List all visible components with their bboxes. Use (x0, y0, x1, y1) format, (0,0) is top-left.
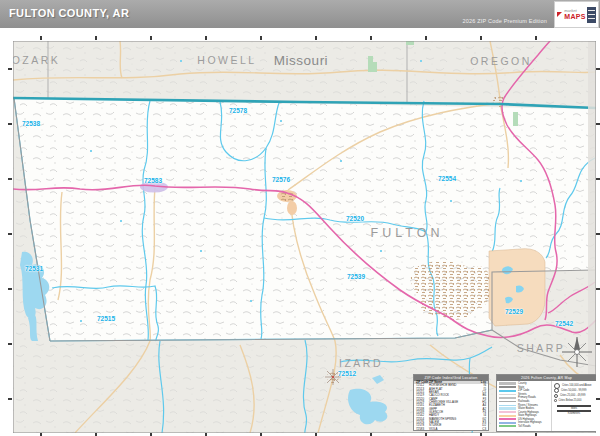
grid-ticks-left (8, 68, 12, 426)
map-key-item-label: State Highways (518, 414, 537, 417)
city-circle-icon (554, 394, 558, 398)
map-key-item-label: Toll Roads (518, 425, 531, 428)
line-swatch (499, 405, 516, 406)
county-label: OZARK (12, 54, 61, 66)
zip-index-rows: 72512 HORSESHOE BEND I6 72513 ASH FLAT I… (414, 384, 488, 431)
line-swatch (499, 397, 516, 399)
county-label: Missouri (274, 53, 328, 68)
map-key-item-label: Interstate Highways (518, 421, 542, 424)
county-label: IZARD (339, 357, 383, 369)
line-swatch (499, 415, 516, 417)
zip-code-label: 72520 (346, 215, 364, 222)
line-swatch (499, 401, 516, 402)
zip-index-legend: ZIP Code Index/Grid Location ZIP Code ZI… (413, 374, 489, 431)
county-label: SHARP (517, 342, 566, 354)
map-key-line-items: County State ZIP Code Streets (497, 381, 551, 431)
line-swatch (499, 382, 516, 385)
city-size-key: Cities 100,000 and Above Cities 50,000 -… (554, 383, 594, 403)
map-page: OZARK HOWELL Missouri OREGON FULTON IZAR… (0, 0, 600, 436)
zip-code-label: 72539 (347, 273, 365, 280)
city-size-label: Cities 25,000 - 49,999 (560, 394, 585, 397)
scale-bar-label: Kilometers (554, 412, 594, 415)
city-size-item: Cities Below 25,000 (554, 398, 594, 403)
grid-ticks-top (40, 36, 590, 40)
zip-code-label: 72542 (555, 320, 573, 327)
line-swatch (499, 394, 516, 395)
zip-code-label: 72578 (229, 107, 247, 114)
zip-code-label: 72529 (505, 308, 523, 315)
zip-code-label: 72515 (97, 315, 115, 322)
frame-top (0, 28, 600, 41)
zip-code-label: 72531 (25, 265, 43, 272)
county-label: HOWELL (197, 54, 256, 66)
zip-index-zip: 72583 (416, 428, 429, 431)
frame-left (0, 28, 13, 436)
logo-flag-icon (557, 12, 562, 17)
frame-right (596, 28, 600, 436)
line-swatch (499, 390, 516, 392)
line-swatch (499, 422, 516, 424)
edition-label: 2026 ZIP Code Premium Edition (462, 18, 547, 24)
map-key-item-label: Primary Roads (518, 396, 536, 399)
marketmaps-logo: market MAPS (554, 1, 599, 28)
page-title: FULTON COUNTY, AR (9, 7, 129, 19)
header-bar: FULTON COUNTY, AR 2026 ZIP Code Premium … (0, 0, 600, 28)
scale-bar-group: Kilometers (554, 410, 594, 415)
logo-text-main: MAPS (564, 13, 585, 20)
logo-side-box (587, 7, 596, 23)
line-swatch (499, 418, 516, 420)
line-swatch (499, 425, 516, 427)
city-circle-icon (554, 399, 557, 402)
scale-bars: Miles Kilometers (554, 405, 594, 415)
grid-ticks-right (596, 68, 600, 426)
county-label: FULTON (371, 226, 444, 240)
city-circle-icon (554, 388, 559, 393)
zip-index-loc: C3 (477, 428, 486, 431)
map-key-item-label: ZIP Code (518, 389, 529, 392)
zip-code-label: 72583 (144, 177, 162, 184)
map-key-item-label: County (518, 382, 527, 385)
city-size-label: Cities 50,000 - 99,999 (561, 389, 586, 392)
line-swatch (499, 407, 516, 410)
city-size-label: Cities Below 25,000 (559, 399, 582, 402)
map-key-legend: 2026 Fulton County, AR Map County State (496, 374, 597, 432)
map-key-item-label: Water Bodies (518, 407, 534, 410)
zip-code-label: 72576 (272, 176, 290, 183)
zip-code-label: 72538 (22, 120, 40, 127)
zip-index-row: 72583 VIOLA C3 (414, 428, 488, 431)
line-swatch (499, 411, 516, 413)
zip-code-label: 72554 (438, 175, 456, 182)
line-swatch (499, 386, 516, 388)
map-key-item: Toll Roads (499, 425, 549, 429)
map-key-item-label: Railroads (518, 400, 529, 403)
zip-code-label: 72512 (338, 370, 356, 377)
zip-index-name: VIOLA (429, 428, 477, 431)
city-size-label: Cities 100,000 and Above (562, 384, 592, 387)
county-label: OREGON (470, 55, 532, 67)
